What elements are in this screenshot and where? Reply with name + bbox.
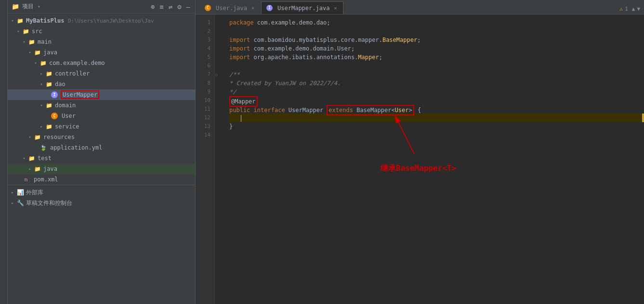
- folder-resources-icon: 📁: [34, 133, 41, 141]
- arrow-controller: ▸: [39, 71, 44, 76]
- tree-label-controller: controller: [55, 70, 90, 77]
- folder-java-icon: 📁: [34, 49, 41, 56]
- kw-import-3: import: [229, 54, 250, 61]
- toolbar-icon-3[interactable]: ⇌: [169, 3, 172, 11]
- tree-item-test[interactable]: ▾ 📁 test: [8, 153, 195, 164]
- toolbar-icon-2[interactable]: ≡: [159, 3, 163, 11]
- tree-label-usermapper: UserMapper: [62, 91, 98, 98]
- nav-up[interactable]: ▲: [632, 6, 635, 12]
- tree-item-controller[interactable]: ▸ 📁 controller: [8, 68, 195, 79]
- import-2: com.example.demo.domain.User;: [254, 45, 355, 52]
- class-icon-user: C: [51, 113, 58, 119]
- tree-item-usermapper[interactable]: ▸ I UserMapper: [8, 89, 195, 100]
- fold-gutter: ⊖: [215, 14, 222, 304]
- tree-item-java-test[interactable]: ▸ 📁 java: [8, 164, 195, 174]
- tree-item-external[interactable]: ▸ 📊 外部库: [8, 187, 195, 198]
- code-package-path: com.example.demo.dao;: [257, 19, 330, 26]
- import-1a: com.baomidou.mybatisplus.core.mapper.: [254, 37, 382, 43]
- ln-8: 8: [196, 79, 214, 88]
- tree-item-src[interactable]: ▾ 📁 src: [8, 26, 195, 37]
- arrow-service: ▸: [39, 124, 44, 129]
- fold-3: [215, 36, 222, 44]
- kw-import-2: import: [229, 45, 250, 52]
- fold-11: [215, 105, 222, 114]
- warning-icon: ⚠: [620, 6, 623, 12]
- ln-9: 9: [196, 88, 214, 96]
- arrow-package: ▾: [33, 60, 39, 66]
- tree-item-domain[interactable]: ▾ 📁 domain: [8, 100, 195, 111]
- tree-item-resources[interactable]: ▾ 📁 resources: [8, 132, 195, 142]
- editor-content: 1 2 3 4 5 6 7 8 9 10 11 12 13 14 ⊖: [196, 14, 644, 304]
- fold-12: [215, 114, 222, 122]
- toolbar-icon-4[interactable]: ⚙: [177, 3, 181, 11]
- editor-area: C User.java ✕ I UserMapper.java ✕ ⚠ 1 ▲ …: [196, 0, 644, 304]
- interface-icon-usermapper: I: [51, 91, 58, 98]
- arrow-external: ▸: [10, 190, 15, 195]
- code-line-2: [229, 27, 644, 36]
- ln-12: 12: [196, 114, 214, 122]
- ln-5: 5: [196, 53, 214, 62]
- code-line-1: package com.example.demo.dao;: [229, 18, 644, 27]
- code-line-5: import org.apache.ibatis.annotations.Map…: [229, 53, 644, 62]
- sidebar-title: 项目: [22, 2, 34, 11]
- vertical-label: 高: [0, 2, 7, 2]
- tree-label-dao: dao: [55, 81, 66, 88]
- ln-6: 6: [196, 62, 214, 70]
- ln-11: 11: [196, 105, 214, 114]
- fold-6: [215, 62, 222, 70]
- tree-item-dao[interactable]: ▾ 📁 dao: [8, 79, 195, 89]
- fold-2: [215, 27, 222, 36]
- annotation-text: 继承BaseMapper<T>: [381, 164, 456, 173]
- tab-close-usermapper[interactable]: ✕: [332, 5, 338, 11]
- tree-item-scratch[interactable]: ▸ 🔧 草稿文件和控制台: [8, 198, 195, 208]
- tab-label-user: User.java: [216, 5, 247, 12]
- toolbar-icon-1[interactable]: ⊕: [151, 3, 155, 11]
- kw-interface: interface: [254, 107, 285, 114]
- tree-label-java: java: [43, 49, 57, 56]
- fold-8: [215, 79, 222, 88]
- nav-down[interactable]: ▼: [637, 6, 640, 12]
- file-tree: ▾ 📁 MyBatisPlus D:\Users\YuanJW\Desktop\…: [8, 13, 195, 304]
- tree-item-pom[interactable]: ▸ m pom.xml: [8, 174, 195, 185]
- tab-usermapper-java[interactable]: I UserMapper.java ✕: [261, 1, 343, 14]
- tree-item-user[interactable]: ▸ C User: [8, 111, 195, 121]
- fold-10: [215, 96, 222, 105]
- kw-extends: extends: [329, 107, 353, 114]
- dropdown-arrow[interactable]: ▾: [38, 4, 40, 9]
- project-sidebar: 📁 项目 ▾ ⊕ ≡ ⇌ ⚙ — ▾ 📁 MyBatisPlus D:\User…: [8, 0, 196, 304]
- ln-14: 14: [196, 131, 214, 139]
- tree-item-java[interactable]: ▾ 📁 java: [8, 47, 195, 58]
- tree-item-appyml[interactable]: ▸ 🍃 application.yml: [8, 142, 195, 153]
- tree-label-external: 外部库: [26, 189, 43, 197]
- fold-7[interactable]: ⊖: [215, 70, 222, 79]
- tree-label-src: src: [32, 28, 42, 35]
- import-1c: ;: [417, 37, 421, 43]
- comment-1: /**: [229, 71, 240, 78]
- scratch-icon: 🔧: [16, 199, 24, 207]
- tab-user-java[interactable]: C User.java ✕: [199, 1, 261, 14]
- yellow-warning-indicator: [642, 114, 644, 122]
- code-line-3: import com.baomidou.mybatisplus.core.map…: [229, 36, 644, 44]
- tree-label-service: service: [55, 123, 79, 130]
- code-line-9: */: [229, 88, 644, 96]
- tree-label-user: User: [62, 113, 76, 119]
- tree-item-main[interactable]: ▾ 📁 main: [8, 37, 195, 47]
- ln-7: 7: [196, 70, 214, 79]
- tree-item-service[interactable]: ▸ 📁 service: [8, 121, 195, 132]
- import-1b: BaseMapper: [382, 37, 417, 43]
- arrow-root: ▾: [10, 18, 15, 24]
- tree-label-resources: resources: [43, 134, 75, 140]
- brace-close: }: [229, 123, 233, 130]
- comment-3: */: [229, 89, 236, 95]
- code-content[interactable]: package com.example.demo.dao; import com…: [222, 14, 644, 304]
- folder-main-icon: 📁: [28, 38, 36, 46]
- tree-item-root[interactable]: ▾ 📁 MyBatisPlus D:\Users\YuanJW\Desktop\…: [8, 15, 195, 26]
- kw-import-1: import: [229, 37, 250, 43]
- tab-close-user[interactable]: ✕: [250, 5, 256, 11]
- toolbar-icon-5[interactable]: —: [186, 3, 190, 11]
- tree-label-scratch: 草稿文件和控制台: [26, 199, 72, 207]
- tree-item-package[interactable]: ▾ 📁 com.example.demo: [8, 58, 195, 68]
- folder-controller-icon: 📁: [45, 70, 53, 77]
- pom-icon: m: [22, 176, 30, 183]
- folder-package-icon: 📁: [39, 59, 47, 67]
